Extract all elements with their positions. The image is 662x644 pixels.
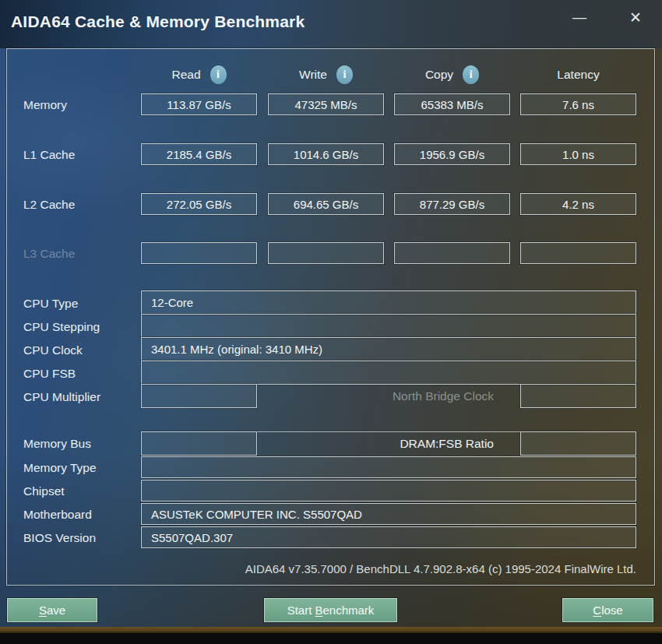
row-label-l2-cache: L2 Cache [23,196,139,213]
row-label-cpu-clock: CPU Clock [23,342,139,358]
cpu-clock-value: 3401.1 MHz (original: 3410 MHz) [141,337,636,361]
cpu-type-value: 12-Core [141,290,636,315]
memory-read-value: 113.87 GB/s [141,93,257,115]
l2-latency-value: 4.2 ns [520,193,636,215]
start-benchmark-label: Start [287,604,315,617]
save-button[interactable]: Save [7,598,97,622]
row-label-memory: Memory [23,97,139,113]
window-bottom-edge [0,627,662,633]
memory-bus-value [141,431,257,456]
window-close-button[interactable]: ✕ [622,5,650,30]
column-header-copy: Copy i [394,65,510,85]
l3-write-value [268,242,384,264]
column-header-read: Read i [141,65,257,85]
start-benchmark-button[interactable]: Start Benchmark [264,598,397,622]
cpu-stepping-value [141,314,636,338]
north-bridge-clock-label: North Bridge Clock [257,384,520,408]
column-header-write: Write i [268,65,384,85]
l2-copy-value: 877.29 GB/s [394,193,510,215]
row-label-l3-cache: L3 Cache [23,245,139,262]
l2-read-value: 272.05 GB/s [141,193,257,215]
copy-header-label: Copy [425,68,453,82]
memory-copy-value: 65383 MB/s [394,93,510,115]
start-benchmark-label-rest: enchmark [323,604,375,617]
latency-header-label: Latency [557,68,599,82]
motherboard-value: ASUSTeK COMPUTER INC. S5507QAD [141,503,636,525]
row-label-memory-type: Memory Type [23,459,139,476]
info-icon[interactable]: i [336,65,353,84]
close-button[interactable]: Close [562,598,653,622]
window-title: AIDA64 Cache & Memory Benchmark [11,0,305,44]
row-label-l1-cache: L1 Cache [23,146,139,163]
start-benchmark-mnemonic: B [315,604,322,617]
row-label-memory-bus: Memory Bus [23,435,139,452]
l2-write-value: 694.65 GB/s [268,193,384,215]
minimize-button[interactable]: — [565,5,593,30]
title-bar: AIDA64 Cache & Memory Benchmark — ✕ [0,0,662,48]
cpu-fsb-value [141,361,636,385]
memory-write-value: 47325 MB/s [268,93,384,115]
l1-copy-value: 1956.9 GB/s [394,143,510,165]
info-icon[interactable]: i [463,65,479,84]
row-label-bios-version: BIOS Version [23,530,139,546]
l3-latency-value [520,242,636,264]
l1-write-value: 1014.6 GB/s [268,143,384,165]
save-button-mnemonic: S [39,604,47,617]
chipset-value [141,480,636,501]
memory-latency-value: 7.6 ns [520,93,636,115]
info-icon[interactable]: i [210,65,227,84]
l3-copy-value [394,242,510,264]
row-label-chipset: Chipset [23,483,139,499]
save-button-label-rest: ave [47,604,65,617]
read-header-label: Read [171,68,200,82]
column-header-latency: Latency [520,65,636,85]
north-bridge-clock-value [520,384,636,408]
close-icon: ✕ [629,9,642,26]
close-button-mnemonic: C [593,604,601,617]
desktop-taskbar-strip [0,633,662,644]
l1-read-value: 2185.4 GB/s [141,143,257,165]
memory-type-value [141,456,636,478]
row-label-cpu-stepping: CPU Stepping [23,318,139,335]
write-header-label: Write [299,68,327,82]
l3-read-value [141,242,257,264]
aida64-benchmark-window: AIDA64 Cache & Memory Benchmark — ✕ Read… [0,0,662,644]
row-label-cpu-fsb: CPU FSB [23,365,139,382]
dram-fsb-ratio-value [520,431,636,456]
row-label-motherboard: Motherboard [23,506,139,523]
bios-version-value: S5507QAD.307 [141,526,636,548]
l1-latency-value: 1.0 ns [520,143,636,165]
row-label-cpu-type: CPU Type [23,295,139,311]
row-label-cpu-multiplier: CPU Multiplier [23,389,139,405]
close-button-label-rest: lose [601,604,623,617]
dram-fsb-ratio-label: DRAM:FSB Ratio [257,431,520,456]
minimize-icon: — [572,9,586,26]
cpu-multiplier-value [141,384,257,408]
version-credits-text: AIDA64 v7.35.7000 / BenchDLL 4.7.902.8-x… [245,562,636,575]
